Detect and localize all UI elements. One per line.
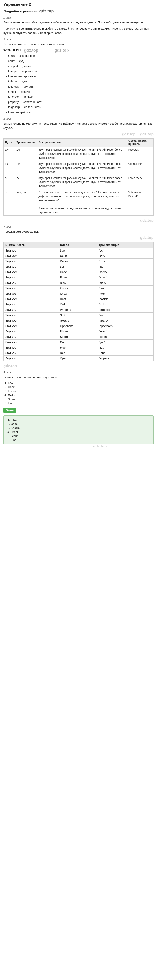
step-1-label: 1 шаг:: [3, 16, 154, 19]
audio-table-row: Звук /ɔː/ Lot /lɒt/: [3, 264, 154, 269]
audio-cell-word: Knock: [58, 286, 97, 291]
audio-cell-transcription: /flɔː/: [97, 345, 154, 350]
answer-item: Cope.: [11, 422, 151, 426]
audio-cell-transcription: /həʊst/: [97, 296, 154, 302]
audio-cell-transcription: /əʊpən/: [97, 356, 154, 361]
audio-cell-num: Звук /ɔː/: [3, 275, 58, 280]
audio-cell-transcription: /lɔː/: [97, 248, 154, 253]
audio-table-row: Звук /əʊ/ Opponent /əpəʊnənt/: [3, 323, 154, 329]
col-transcription: Транскрипция: [15, 138, 37, 146]
answer-item: Order.: [11, 430, 151, 434]
audio-cell-num: Звук /əʊ/: [3, 296, 58, 302]
audio-table-row: Звук /ɔː/ Open /əʊpən/: [3, 356, 154, 361]
question-item: Order.: [8, 393, 154, 397]
answer-item: Storm.: [11, 434, 151, 438]
audio-cell-word: Court: [58, 253, 97, 259]
question-item: Knock.: [8, 390, 154, 393]
step-3-desc: Внимательно посмотрим на предложенную та…: [3, 121, 154, 130]
audio-cell-num: Звук /ɔː/: [3, 248, 58, 253]
watermark-4b: gdz.top: [3, 364, 17, 368]
audio-cell-word: Know: [58, 291, 97, 296]
col-examples: Особенности, примеры: [127, 138, 154, 146]
audio-table-row: Звук /ɔː/ Law /lɔː/: [3, 248, 154, 253]
list-item: to knock — стучать: [6, 84, 154, 89]
step-4-desc: Прослушаем аудиозапись.: [3, 229, 154, 234]
audio-cell-num: Звук /ɔː/: [3, 345, 58, 350]
audio-col-word: Слово: [58, 242, 97, 248]
audio-cell-num: Звук /ɔː/: [3, 280, 58, 286]
step-2: 2 шаг: Познакомимся со списком полезной …: [3, 38, 154, 115]
step-3-label: 3 шаг:: [3, 118, 154, 121]
audio-cell-num: Звук /əʊ/: [3, 269, 58, 275]
col-pronunciation: Как произносится: [37, 138, 127, 146]
audio-cell-word: Rob: [58, 350, 97, 356]
watermark-4a: gdz.top: [140, 235, 154, 240]
solution-title: Подробное решение: [3, 9, 38, 13]
cell-transcription: /ɔː/: [15, 175, 37, 189]
audio-table-row: Звук /əʊ/ Gossip /gɒsɪp/: [3, 318, 154, 323]
audio-cell-transcription: /nəʊ/: [97, 291, 154, 296]
audio-cell-transcription: /bləʊ/: [97, 280, 154, 286]
audio-cell-transcription: /gɒt/: [97, 340, 154, 345]
list-item: property — собственность: [6, 100, 154, 104]
audio-table-row: Звук /ɔː/ Phone /fəʊn/: [3, 329, 154, 334]
audio-cell-transcription: /kəʊp/: [97, 269, 154, 275]
page-title: Упражнение 2: [3, 2, 154, 7]
step-5-label: 5 шаг:: [3, 371, 154, 374]
audio-cell-word: Soft: [58, 313, 97, 318]
watermark-3a: gdz.top: [122, 132, 135, 137]
audio-cell-word: Storm: [58, 334, 97, 340]
audio-table-row: Звук /əʊ/ Know /nəʊ/: [3, 291, 154, 296]
col-letters: Буквы: [3, 138, 15, 146]
audio-cell-word: Floor: [58, 345, 97, 350]
audio-cell-num: Звук /ɔː/: [3, 334, 58, 340]
audio-cell-transcription: /frɒm/: [97, 275, 154, 280]
cell-letters: ou: [3, 161, 15, 175]
table-row: aw /ɔː/ Звук произносится как русский зв…: [3, 146, 154, 161]
audio-cell-num: Звук /əʊ/: [3, 253, 58, 259]
audio-cell-word: Gossip: [58, 318, 97, 323]
audio-cell-transcription: /kɔːt/: [97, 253, 154, 259]
table-row: or /ɔː/ Звук произносится как русский зв…: [3, 175, 154, 189]
audio-table-row: Звук /ɔː/ Floor /flɔː/: [3, 345, 154, 350]
audio-table: Внимание: № Слово Транскрипция Звук /ɔː/…: [3, 242, 154, 361]
audio-table-row: Звук /ɔː/ Blow /bləʊ/: [3, 280, 154, 286]
watermark-bottom: gdz.top: [93, 444, 106, 447]
question-item: Floor.: [8, 401, 154, 405]
cell-letters: or: [3, 175, 15, 189]
cell-pronunciation: Звук произносится как русский звук /о/, …: [37, 146, 127, 161]
audio-cell-num: Звук /ɔː/: [3, 356, 58, 361]
wordlist-site2: gdz.top: [54, 48, 69, 53]
step-2-label: 2 шаг:: [3, 38, 154, 41]
answer-item: Floor.: [11, 438, 151, 442]
question-item: Low.: [8, 381, 154, 385]
audio-cell-transcription: /fəʊn/: [97, 329, 154, 334]
answer-label: Ответ: [6, 409, 14, 412]
question-item: Cope.: [8, 385, 154, 389]
answer-list: Low.Cope.Knock.Order.Storm.Floor.: [11, 418, 151, 442]
audio-cell-num: Звук /ɔː/: [3, 350, 58, 356]
answer-item: Knock.: [11, 426, 151, 430]
question-item: Storm.: [8, 398, 154, 401]
cell-letters: aw: [3, 146, 15, 161]
audio-col-transcription: Транскрипция: [97, 242, 154, 248]
audio-cell-transcription: /rɪpɔːt/: [97, 259, 154, 264]
audio-cell-transcription: /nɒk/: [97, 286, 154, 291]
table-row: o /əʊ/, /ɒ/ В открытом слоге — читается …: [3, 189, 154, 215]
step-5: 5 шаг: Укажем какие слова лишние в цепоч…: [3, 371, 154, 405]
watermark-3b: gdz.top: [140, 132, 154, 137]
audio-cell-word: Host: [58, 296, 97, 302]
audio-cell-word: Property: [58, 307, 97, 313]
list-item: to rob — грабить: [6, 110, 154, 115]
audio-table-row: Звук /əʊ/ Got /gɒt/: [3, 340, 154, 345]
audio-cell-num: Звук /əʊ/: [3, 323, 58, 329]
audio-cell-transcription: /lɒt/: [97, 264, 154, 269]
audio-cell-num: Звук /əʊ/: [3, 340, 58, 345]
audio-table-row: Звук /ɔː/ Property /prɒpətɪ/: [3, 307, 154, 313]
step-1-desc: Внимательно прочитайте задание, чтобы по…: [3, 20, 154, 25]
question-section: Low.Cope.Knock.Order.Storm.Floor.: [3, 381, 154, 405]
audio-cell-transcription: /gɒsɪp/: [97, 318, 154, 323]
audio-cell-num: Звук /ɔː/: [3, 313, 58, 318]
answer-item: Low.: [11, 418, 151, 422]
audio-table-row: Звук /ɔː/ Knock /nɒk/: [3, 286, 154, 291]
